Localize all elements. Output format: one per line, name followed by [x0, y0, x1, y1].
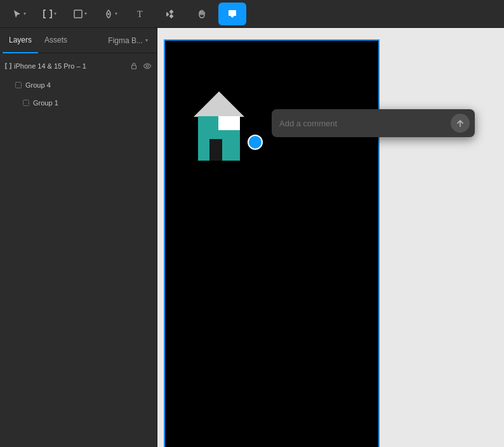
shape-chevron: ▾ — [84, 11, 87, 17]
svg-rect-18 — [132, 65, 136, 69]
svg-point-7 — [108, 13, 110, 15]
layer-group1[interactable]: Group 1 — [0, 94, 157, 112]
layer-group4[interactable]: Group 4 — [0, 76, 157, 94]
frame-tool-button[interactable]: ▾ — [36, 3, 63, 25]
shape-tool-button[interactable]: ▾ — [66, 3, 94, 25]
hand-tool-button[interactable] — [188, 3, 216, 25]
select-chevron: ▾ — [23, 11, 26, 17]
comment-submit-button[interactable] — [451, 114, 470, 133]
svg-text:T: T — [137, 10, 143, 19]
sidebar-content: iPhone 14 & 15 Pro – 1 Group 4 — [0, 53, 157, 447]
frame-header[interactable]: iPhone 14 & 15 Pro – 1 — [0, 56, 157, 76]
pen-chevron: ▾ — [115, 11, 117, 17]
svg-rect-21 — [23, 100, 29, 106]
tab-layers[interactable]: Layers — [3, 28, 38, 53]
canvas-frame — [164, 39, 380, 447]
frame-chevron: ▾ — [54, 11, 56, 17]
tab-assets[interactable]: Assets — [38, 28, 74, 53]
svg-rect-9 — [169, 10, 173, 14]
text-tool-button[interactable]: T — [127, 3, 155, 25]
svg-rect-6 — [74, 10, 82, 18]
group-icon — [15, 82, 22, 88]
submit-arrow-icon — [456, 119, 465, 128]
eye-icon — [143, 62, 152, 70]
select-tool-button[interactable]: ▾ — [5, 3, 33, 25]
svg-point-19 — [146, 65, 149, 67]
sidebar: Layers Assets Figma B... ▾ — [0, 28, 157, 447]
comment-popup — [272, 109, 475, 137]
comment-input[interactable] — [279, 119, 446, 128]
svg-rect-10 — [169, 14, 173, 18]
frame-icon — [5, 63, 11, 69]
main-area: Layers Assets Figma B... ▾ — [0, 28, 504, 447]
sidebar-tabs: Layers Assets Figma B... ▾ — [0, 28, 157, 53]
tab-figma-b[interactable]: Figma B... ▾ — [102, 28, 154, 53]
pen-tool-button[interactable]: ▾ — [96, 3, 124, 25]
svg-rect-26 — [218, 116, 240, 130]
figma-b-chevron: ▾ — [145, 37, 148, 43]
svg-marker-22 — [194, 91, 244, 117]
svg-rect-27 — [209, 139, 222, 161]
group-icon-2 — [23, 100, 29, 106]
lock-icon — [130, 62, 138, 70]
comment-dot — [248, 135, 263, 150]
svg-rect-16 — [5, 63, 6, 69]
toolbar: ▾ ▾ ▾ ▾ T — [0, 0, 504, 28]
comment-tool-button[interactable] — [218, 3, 246, 25]
svg-rect-11 — [166, 12, 169, 17]
app-icon — [190, 88, 248, 183]
component-tool-button[interactable] — [157, 3, 185, 25]
svg-rect-5 — [51, 10, 52, 18]
canvas-area[interactable] — [157, 28, 504, 447]
svg-rect-4 — [43, 10, 44, 18]
svg-rect-20 — [16, 83, 22, 88]
svg-rect-17 — [10, 63, 11, 69]
